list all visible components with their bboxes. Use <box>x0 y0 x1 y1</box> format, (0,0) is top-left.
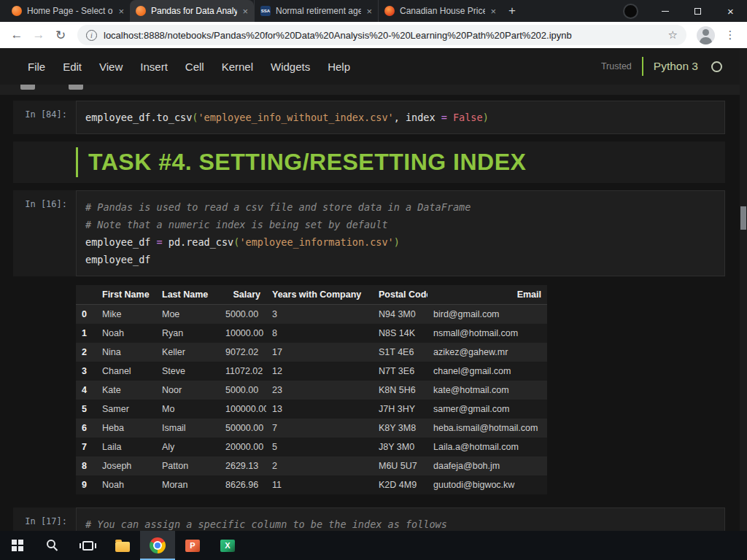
tab-title: Pandas for Data Analys <box>151 6 237 16</box>
df-cell: 8 <box>266 324 373 343</box>
menu-view[interactable]: View <box>90 55 131 78</box>
df-cell: Patton <box>156 456 220 475</box>
table-row: 0MikeMoe5000.003N94 3M0bird@gmail.com <box>76 305 547 324</box>
powerpoint-taskbar-button[interactable]: P <box>175 531 210 560</box>
browser-tab-retirement[interactable]: SSA Normal retirement age × <box>254 0 378 22</box>
bookmark-star-icon[interactable]: ☆ <box>668 28 678 42</box>
menu-help[interactable]: Help <box>319 55 359 78</box>
profile-avatar-icon[interactable] <box>697 26 715 44</box>
df-row-index: 0 <box>76 305 96 324</box>
toolbar-button-partial <box>20 85 35 90</box>
maximize-button[interactable] <box>681 0 714 22</box>
taskbar-search-button[interactable] <box>35 531 70 560</box>
minimize-icon <box>662 11 669 12</box>
code-line: employee_df.to_csv('employee_info_withou… <box>85 109 716 126</box>
df-cell: 3 <box>266 305 373 324</box>
page-info-icon[interactable]: i <box>86 30 97 41</box>
file-explorer-button[interactable] <box>105 531 140 560</box>
df-cell: Ismail <box>156 419 220 438</box>
excel-icon: X <box>220 540 235 552</box>
browser-tab-pandas-notebook[interactable]: Pandas for Data Analys × <box>130 0 254 22</box>
browser-tab-house-prices[interactable]: Canadian House Prices × <box>378 0 502 22</box>
browser-tab-home[interactable]: Home Page - Select or × <box>6 0 130 22</box>
table-row: 7LailaAly20000.005J8Y 3M0Laila.a@hotmail… <box>76 438 547 456</box>
maple-favicon <box>384 6 395 16</box>
close-icon: × <box>727 6 734 17</box>
table-row: 2NinaKeller9072.0217S1T 4E6azikez@gahew.… <box>76 343 547 362</box>
df-cell: 17 <box>266 343 373 362</box>
df-column-header: Email <box>427 285 547 305</box>
df-cell: Noor <box>156 381 220 400</box>
tab-title: Canadian House Prices <box>400 6 485 16</box>
menu-kernel[interactable]: Kernel <box>213 55 262 78</box>
cell-prompt: In [84]: <box>13 101 76 134</box>
code-line: # You can assign a specific column to be… <box>85 516 716 531</box>
df-column-header <box>76 285 96 305</box>
windows-logo-icon <box>12 540 23 551</box>
tab-close-icon[interactable]: × <box>366 6 372 17</box>
menu-insert[interactable]: Insert <box>131 55 177 78</box>
df-row-index: 2 <box>76 343 96 362</box>
df-cell: Aly <box>156 438 220 456</box>
excel-taskbar-button[interactable]: X <box>210 531 245 560</box>
table-row: 5SamerMo100000.0013J7H 3HYsamer@gmail.co… <box>76 400 547 419</box>
jupyter-menubar: File Edit View Insert Cell Kernel Widget… <box>0 55 747 78</box>
new-tab-button[interactable]: + <box>502 0 522 22</box>
tab-close-icon[interactable]: × <box>118 6 124 17</box>
df-row-index: 4 <box>76 381 96 400</box>
forward-button[interactable]: → <box>28 24 50 46</box>
menu-file[interactable]: File <box>19 55 54 78</box>
toolbar-button-partial <box>69 85 83 90</box>
df-row-index: 1 <box>76 324 96 343</box>
code-line: employee_df <box>85 251 716 268</box>
df-cell: nsmall@hotmail.com <box>427 324 547 343</box>
df-cell: chanel@gmail.com <box>427 362 547 381</box>
close-window-button[interactable]: × <box>714 0 747 22</box>
df-row-index: 9 <box>76 475 96 494</box>
heading-accent-bar: TASK #4. SETTING/RESETTING INDEX <box>76 147 725 177</box>
jupyter-favicon <box>136 6 146 16</box>
ssa-favicon: SSA <box>260 6 271 16</box>
minimize-button[interactable] <box>649 0 681 22</box>
df-cell: J7H 3HY <box>373 400 427 419</box>
page-scrollbar[interactable] <box>740 48 747 531</box>
cell-prompt-empty <box>13 141 76 183</box>
back-button[interactable]: ← <box>6 24 28 46</box>
browser-profile-bubble[interactable] <box>623 4 638 19</box>
df-cell: N94 3M0 <box>373 305 427 324</box>
table-row: 9NoahMoran8626.9611K2D 4M9guutodi@bigwoc… <box>76 475 547 494</box>
markdown-cell-task4[interactable]: TASK #4. SETTING/RESETTING INDEX <box>13 141 725 183</box>
code-line: employee_df = pd.read_csv('employee_info… <box>85 233 716 251</box>
reload-button[interactable]: ↻ <box>50 24 71 46</box>
code-editor[interactable]: # You can assign a specific column to be… <box>76 508 725 531</box>
kernel-status-icon <box>711 61 722 72</box>
kernel-name: Python 3 <box>654 60 698 73</box>
df-cell: Laila.a@hotmail.com <box>427 438 547 456</box>
tab-close-icon[interactable]: × <box>490 6 496 17</box>
df-cell: Samer <box>96 400 156 419</box>
jupyter-favicon <box>12 6 22 16</box>
df-cell: Ryan <box>156 324 220 343</box>
url-text: localhost:8888/notebooks/Pandas%20for%20… <box>104 30 662 41</box>
df-cell: K8N 5H6 <box>373 381 427 400</box>
browser-menu-icon[interactable]: ⋮ <box>719 24 741 46</box>
df-cell: 13 <box>266 400 373 419</box>
scrollbar-thumb[interactable] <box>740 206 746 230</box>
menu-widgets[interactable]: Widgets <box>262 55 319 78</box>
tab-title: Normal retirement age <box>276 6 361 16</box>
menu-edit[interactable]: Edit <box>54 55 90 78</box>
task-view-button[interactable] <box>70 531 105 560</box>
df-cell: M6U 5U7 <box>373 456 427 475</box>
menu-cell[interactable]: Cell <box>177 55 213 78</box>
address-bar[interactable]: i localhost:8888/notebooks/Pandas%20for%… <box>77 25 686 45</box>
tab-close-icon[interactable]: × <box>242 6 248 17</box>
code-editor[interactable]: # Pandas is used to read a csv file and … <box>76 190 725 276</box>
df-cell: azikez@gahew.mr <box>427 343 547 362</box>
chrome-taskbar-button[interactable] <box>140 531 175 560</box>
df-row-index: 5 <box>76 400 96 419</box>
df-row-index: 6 <box>76 419 96 438</box>
start-button[interactable] <box>0 531 35 560</box>
code-editor[interactable]: employee_df.to_csv('employee_info_withou… <box>76 101 725 134</box>
df-column-header: Years with Company <box>266 285 373 305</box>
df-cell: samer@gmail.com <box>427 400 547 419</box>
